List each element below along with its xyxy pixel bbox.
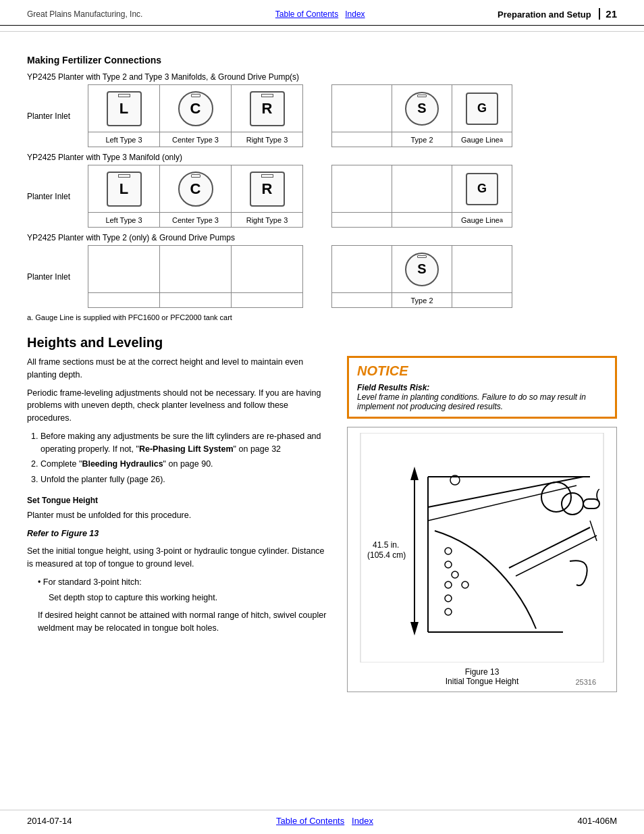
- figure-caption: Figure 13 Initial Tongue Height: [353, 667, 611, 686]
- bullet-1: For standard 3-point hitch: Set depth st…: [38, 576, 331, 604]
- refer-label: Refer to Figure 13: [27, 527, 331, 540]
- table3-rcell-2-label: [452, 293, 512, 308]
- table3-rcell-1-icon: S: [392, 246, 452, 293]
- figure-doc-ref: 25316: [575, 678, 596, 686]
- table2-cell-1-icon: C: [160, 165, 231, 213]
- table3-rcell-1-label: Type 2: [392, 293, 452, 308]
- table1-col-0: L Left Type 3: [88, 85, 160, 147]
- table1-cell-1-label: Center Type 3: [160, 132, 231, 147]
- table3-col-1: [160, 246, 232, 308]
- footnote: a. Gauge Line is supplied with PFC1600 o…: [27, 313, 617, 321]
- notice-body: Level frame in planting conditions. Fail…: [357, 392, 607, 411]
- table2-rcell-0-icon: [332, 165, 392, 213]
- table2-cell-2-label: Right Type 3: [232, 213, 302, 228]
- table3-cell-0: [88, 246, 159, 293]
- table1-rcell-2-label: Gauge Linea: [452, 132, 512, 147]
- footer-nav: Table of Contents Index: [276, 816, 373, 826]
- bleeding-bold: Bleeding Hydraulics: [82, 459, 163, 469]
- table1-cell-1-icon: C: [160, 85, 231, 132]
- header-index-link[interactable]: Index: [345, 9, 365, 19]
- notice-field-risk: Field Results Risk:: [357, 383, 607, 392]
- table2-subtitle: YP2425 Planter with Type 3 Manifold (onl…: [27, 153, 617, 162]
- table1-rcell-1-label: Type 2: [392, 132, 452, 147]
- table2-cell-0-label: Left Type 3: [88, 213, 159, 228]
- table3-cell-0-label: [88, 293, 159, 308]
- fertilizer-section-title: Making Fertilizer Connections: [27, 55, 617, 66]
- table1-row: Planter Inlet L Left: [27, 84, 617, 147]
- table2-rcol-0: [332, 165, 392, 228]
- footer-toc-link[interactable]: Table of Contents: [276, 816, 344, 826]
- table3-rcell-2: [452, 246, 512, 293]
- table1-subtitle: YP2425 Planter with Type 2 and Type 3 Ma…: [27, 72, 617, 82]
- table1-rcol-1: S Type 2: [392, 85, 452, 147]
- table1-cell-2-icon: R: [232, 85, 302, 132]
- table1-rcell-1-icon: S: [392, 85, 452, 132]
- table3-left-grid: [88, 245, 303, 308]
- table3-rcol-2: [452, 246, 512, 308]
- svg-text:(105.4 cm): (105.4 cm): [367, 550, 406, 560]
- table3-cell-1: [160, 246, 231, 293]
- table1-rcell-0-icon: [332, 85, 392, 132]
- main-content: Making Fertilizer Connections YP2425 Pla…: [0, 37, 644, 738]
- table1-rcell-2-icon: G: [452, 85, 512, 132]
- table1-label: Planter Inlet: [27, 84, 88, 147]
- bullet2-detail: If desired height cannot be attained wit…: [38, 609, 331, 635]
- table2-cell-0-icon: L: [88, 165, 159, 213]
- svg-text:(: (: [595, 487, 600, 502]
- tongue-desc: Set the initial tongue height, using 3-p…: [27, 545, 331, 571]
- page-container: Great Plains Manufacturing, Inc. Table o…: [0, 0, 644, 834]
- table1-right-grid: S Type 2 G Gauge Linea: [331, 84, 512, 147]
- table1-rcell-0-label: [332, 132, 392, 147]
- table2-rcell-0-label: [332, 213, 392, 228]
- page-header: Great Plains Manufacturing, Inc. Table o…: [0, 0, 644, 26]
- table2-left-grid: L Left Type 3 C Center Type 3: [88, 165, 303, 228]
- figure-caption-text: Initial Tongue Height: [446, 677, 519, 686]
- heights-body1: All frame sections must be at the correc…: [27, 356, 331, 382]
- table3-rcell-0: [332, 246, 392, 293]
- footer-index-link[interactable]: Index: [352, 816, 373, 826]
- table3-subtitle: YP2425 Planter with Type 2 (only) & Grou…: [27, 233, 617, 242]
- table3-cell-2-label: [232, 293, 302, 308]
- table3-rcell-0-label: [332, 293, 392, 308]
- tongue-bullets: For standard 3-point hitch: Set depth st…: [38, 576, 331, 604]
- heights-list-item-2: Complete "Bleeding Hydraulics" on page 9…: [41, 458, 331, 471]
- table3-right-grid: S Type 2: [331, 245, 512, 308]
- table1-col-2: R Right Type 3: [232, 85, 303, 147]
- table2-rcol-1: [392, 165, 452, 228]
- table3-cell-1-label: [160, 293, 231, 308]
- table2-label: Planter Inlet: [27, 165, 88, 228]
- table2-rcell-2-icon: G: [452, 165, 512, 213]
- table2-rcell-1-icon: [392, 165, 452, 213]
- figure-svg: 41.5 in. (105.4 cm): [353, 433, 611, 662]
- set-tongue-title: Set Tongue Height: [27, 496, 331, 505]
- page-footer: 2014-07-14 Table of Contents Index 401-4…: [0, 810, 644, 834]
- heights-left: All frame sections must be at the correc…: [27, 356, 331, 640]
- heights-list-item-1: Before making any adjustments be sure th…: [41, 430, 331, 456]
- header-toc-link[interactable]: Table of Contents: [275, 9, 338, 19]
- fertilizer-table-2: YP2425 Planter with Type 3 Manifold (onl…: [27, 153, 617, 228]
- figure-container: 41.5 in. (105.4 cm): [347, 427, 617, 692]
- header-section: Preparation and Setup: [498, 9, 591, 20]
- heights-right: NOTICE Field Results Risk: Level frame i…: [347, 356, 617, 698]
- table1-cell-0-label: Left Type 3: [88, 132, 159, 147]
- table3-col-0: [88, 246, 160, 308]
- table2-row: Planter Inlet L Left Type 3: [27, 165, 617, 228]
- table3-rcol-0: [332, 246, 392, 308]
- fertilizer-table-3: YP2425 Planter with Type 2 (only) & Grou…: [27, 233, 617, 308]
- notice-box: NOTICE Field Results Risk: Level frame i…: [347, 356, 617, 419]
- bullet1-detail: Set depth stop to capture this working h…: [49, 592, 331, 604]
- table2-rcell-2-label: Gauge Linea: [452, 213, 512, 228]
- table1-rcol-2: G Gauge Linea: [452, 85, 512, 147]
- heights-list: Before making any adjustments be sure th…: [41, 430, 331, 486]
- table3-cell-2: [232, 246, 302, 293]
- header-nav: Table of Contents Index: [275, 9, 365, 19]
- table3-row: Planter Inlet: [27, 245, 617, 308]
- table2-col-2: R Right Type 3: [232, 165, 303, 228]
- table2-col-1: C Center Type 3: [160, 165, 232, 228]
- set-tongue-body: Planter must be unfolded for this proced…: [27, 509, 331, 522]
- table2-col-0: L Left Type 3: [88, 165, 160, 228]
- table1-col-1: C Center Type 3: [160, 85, 232, 147]
- table3-col-2: [232, 246, 303, 308]
- table2-rcell-1-label: [392, 213, 452, 228]
- svg-text:41.5 in.: 41.5 in.: [373, 540, 399, 550]
